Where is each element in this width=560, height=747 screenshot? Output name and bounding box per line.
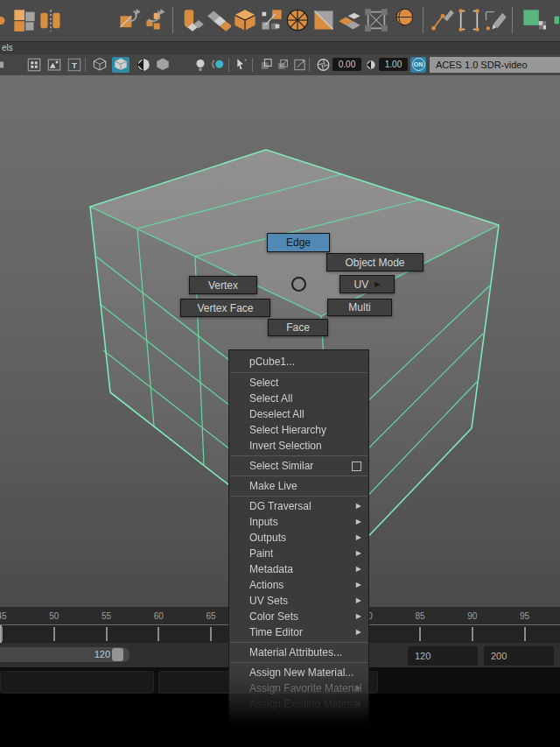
circularize-icon[interactable] xyxy=(285,8,310,32)
menu-item-time-editor[interactable]: Time Editor▶ xyxy=(229,624,368,640)
playback-end-field[interactable]: 120 xyxy=(408,646,478,666)
viewport-toolbar: T0.001.00ONACES 1.0 SDR-video (sRGB) xyxy=(0,54,560,76)
text-tool-icon[interactable]: T xyxy=(66,57,82,73)
time-tick-label: 45 xyxy=(0,611,7,621)
range-end-value: 120 xyxy=(74,649,110,659)
extrude-icon[interactable] xyxy=(180,8,205,32)
frame-view-icon[interactable] xyxy=(292,57,307,73)
grid-snap-icon[interactable] xyxy=(26,57,42,73)
menu-item-label: Deselect All xyxy=(249,408,304,420)
bevel-cube-icon[interactable] xyxy=(233,8,257,32)
menu-item-inputs[interactable]: Inputs▶ xyxy=(229,514,368,530)
menu-item-deselect-all[interactable]: Deselect All xyxy=(229,406,368,422)
marking-menu-item-vertex[interactable]: Vertex xyxy=(189,276,257,294)
menu-separator xyxy=(230,476,368,476)
time-tick-label: 95 xyxy=(520,611,529,621)
marking-menu-item-edge[interactable]: Edge xyxy=(267,233,330,252)
menu-item-color-sets[interactable]: Color Sets▶ xyxy=(229,609,368,624)
flatten-faces-icon[interactable] xyxy=(338,8,362,32)
menu-item-actions[interactable]: Actions▶ xyxy=(229,577,368,593)
animation-end-field[interactable]: 200 xyxy=(484,646,554,666)
menu-item-assign-favorite-material[interactable]: Assign Favorite Material▶ xyxy=(229,680,368,696)
command-line-field[interactable] xyxy=(0,671,154,694)
multi-cut-icon[interactable] xyxy=(259,8,284,32)
menu-item-label: Color Sets xyxy=(249,610,298,623)
color-management-toggle[interactable]: ON xyxy=(410,57,426,73)
smooth-mesh-icon[interactable] xyxy=(65,8,89,32)
menu-item-dg-traversal[interactable]: DG Traversal▶ xyxy=(229,498,368,514)
edit-edge-flow-icon[interactable] xyxy=(457,8,481,32)
menu-item-invert-selection[interactable]: Invert Selection xyxy=(229,438,368,454)
menu-separator xyxy=(230,496,368,497)
split-face-icon[interactable] xyxy=(312,8,336,32)
material-mode-icon[interactable] xyxy=(136,57,151,73)
mirror-geometry-icon[interactable] xyxy=(38,8,63,32)
quad-draw-icon[interactable] xyxy=(12,8,37,32)
select-highlight-icon[interactable] xyxy=(234,57,248,73)
wireframe-mode-icon[interactable] xyxy=(92,57,108,73)
menu-item-select[interactable]: Select xyxy=(229,375,368,391)
exposure-field[interactable]: 0.00 xyxy=(332,58,361,71)
subdivide-mesh-icon[interactable] xyxy=(91,8,116,32)
shadows-icon[interactable] xyxy=(211,57,227,73)
menu-item-material-attributes[interactable]: Material Attributes... xyxy=(229,645,368,660)
clipped-tool-icon[interactable] xyxy=(548,8,559,32)
textured-mode-icon[interactable] xyxy=(155,57,171,73)
menu-item-metadata[interactable]: Metadata▶ xyxy=(229,561,368,577)
panels-menu-label[interactable]: els xyxy=(2,43,13,53)
gamma-field[interactable]: 1.00 xyxy=(379,58,408,71)
marking-menu-label: Multi xyxy=(348,301,370,314)
uv-editor-icon[interactable] xyxy=(522,8,546,32)
menu-item-make-live[interactable]: Make Live xyxy=(229,478,368,494)
shelf-separator xyxy=(423,7,424,33)
quad-pencil-icon[interactable] xyxy=(483,8,508,32)
wireframe-on-shaded-icon[interactable] xyxy=(174,57,190,73)
menu-item-label: pCube1... xyxy=(249,356,295,368)
time-tick xyxy=(524,627,526,641)
menu-item-label: Select All xyxy=(249,392,292,405)
menu-item-label: Inputs xyxy=(249,516,278,528)
duplicate-rotate-icon[interactable] xyxy=(144,8,168,32)
view-transform-selector[interactable]: ACES 1.0 SDR-video (sRGB) xyxy=(430,57,560,73)
option-box-icon[interactable] xyxy=(352,462,361,471)
time-tick xyxy=(1,627,3,641)
menu-item-select-similar[interactable]: Select Similar xyxy=(229,458,368,474)
sphere-primitive-icon[interactable] xyxy=(0,8,10,32)
toolbar-separator xyxy=(85,58,86,72)
menu-title[interactable]: pCube1... xyxy=(229,353,368,370)
isolate-select-icon[interactable] xyxy=(259,57,274,73)
mirror-cut-icon[interactable] xyxy=(117,8,142,32)
menu-item-assign-new-material[interactable]: Assign New Material... xyxy=(229,665,368,680)
menu-item-uv-sets[interactable]: UV Sets▶ xyxy=(229,593,368,609)
marquee-frame-icon[interactable] xyxy=(364,8,388,32)
sculpt-sphere-icon[interactable] xyxy=(390,8,415,32)
menu-item-paint[interactable]: Paint▶ xyxy=(229,546,368,561)
menu-item-outputs[interactable]: Outputs▶ xyxy=(229,530,368,546)
marking-menu-item-face[interactable]: Face xyxy=(268,319,328,336)
image-plane-icon[interactable] xyxy=(46,57,62,73)
default-lighting-icon[interactable] xyxy=(192,57,208,73)
contrast-icon[interactable] xyxy=(365,57,377,73)
shaded-mode-icon[interactable] xyxy=(112,57,130,73)
marking-menu-item-multi[interactable]: Multi xyxy=(327,299,392,316)
marking-menu-label: UV xyxy=(354,278,369,291)
bridge-icon[interactable] xyxy=(206,8,231,32)
range-slider-handle[interactable] xyxy=(112,648,123,661)
menu-item-label: Select Hierarchy xyxy=(249,424,326,436)
marking-menu-item-object-mode[interactable]: Object Mode xyxy=(326,253,424,271)
marking-menu-item-uv[interactable]: UV▶ xyxy=(340,275,395,293)
menu-item-label: Material Attributes... xyxy=(249,646,342,659)
isolate-selected-icon[interactable] xyxy=(276,57,290,73)
menu-item-select-hierarchy[interactable]: Select Hierarchy xyxy=(229,422,368,438)
menu-item-label: Assign Existing Material xyxy=(249,698,360,710)
menu-item-assign-existing-material[interactable]: Assign Existing Material▶ xyxy=(229,696,368,712)
menu-separator xyxy=(230,642,368,643)
exposure-icon[interactable] xyxy=(316,57,331,73)
marking-menu-item-vertex-face[interactable]: Vertex Face xyxy=(180,299,270,317)
time-tick-label: 90 xyxy=(467,611,477,621)
time-tick-label: 65 xyxy=(206,611,215,621)
menu-item-select-all[interactable]: Select All xyxy=(229,391,368,406)
panel-stub-icon[interactable] xyxy=(0,57,12,73)
knife-tool-icon[interactable] xyxy=(430,8,455,32)
time-tick xyxy=(106,627,108,641)
